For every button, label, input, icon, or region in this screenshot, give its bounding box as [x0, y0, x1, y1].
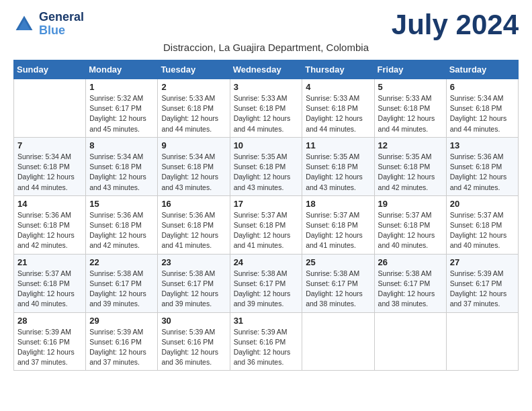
weekday-header-thursday: Thursday — [302, 60, 374, 79]
day-info: Sunrise: 5:38 AMSunset: 6:17 PMDaylight:… — [306, 269, 370, 310]
day-info: Sunrise: 5:32 AMSunset: 6:17 PMDaylight:… — [89, 93, 154, 134]
calendar-week-row: 7Sunrise: 5:34 AMSunset: 6:18 PMDaylight… — [14, 137, 519, 195]
day-info: Sunrise: 5:37 AMSunset: 6:18 PMDaylight:… — [450, 210, 515, 251]
calendar-cell: 12Sunrise: 5:35 AMSunset: 6:18 PMDayligh… — [374, 137, 446, 195]
calendar-cell: 1Sunrise: 5:32 AMSunset: 6:17 PMDaylight… — [86, 79, 158, 138]
day-number: 9 — [161, 140, 226, 150]
day-info: Sunrise: 5:35 AMSunset: 6:18 PMDaylight:… — [234, 152, 299, 193]
day-number: 31 — [234, 316, 299, 326]
day-number: 14 — [17, 199, 82, 209]
weekday-header-saturday: Saturday — [446, 60, 518, 79]
day-info: Sunrise: 5:36 AMSunset: 6:18 PMDaylight:… — [450, 152, 515, 193]
day-number: 10 — [234, 140, 299, 150]
month-title: July 2024 — [392, 11, 519, 39]
day-info: Sunrise: 5:37 AMSunset: 6:18 PMDaylight:… — [306, 210, 370, 251]
day-info: Sunrise: 5:35 AMSunset: 6:18 PMDaylight:… — [378, 152, 443, 193]
day-info: Sunrise: 5:33 AMSunset: 6:18 PMDaylight:… — [234, 93, 299, 134]
day-number: 25 — [306, 257, 370, 267]
day-info: Sunrise: 5:39 AMSunset: 6:16 PMDaylight:… — [234, 327, 299, 368]
calendar-cell: 22Sunrise: 5:38 AMSunset: 6:17 PMDayligh… — [86, 254, 158, 312]
calendar-cell: 24Sunrise: 5:38 AMSunset: 6:17 PMDayligh… — [230, 254, 302, 312]
calendar-cell: 9Sunrise: 5:34 AMSunset: 6:18 PMDaylight… — [158, 137, 230, 195]
calendar-cell: 7Sunrise: 5:34 AMSunset: 6:18 PMDaylight… — [14, 137, 86, 195]
day-number: 20 — [450, 199, 515, 209]
calendar-cell: 18Sunrise: 5:37 AMSunset: 6:18 PMDayligh… — [302, 195, 374, 254]
weekday-header-tuesday: Tuesday — [158, 60, 230, 79]
calendar-cell: 4Sunrise: 5:33 AMSunset: 6:18 PMDaylight… — [302, 79, 374, 138]
day-number: 16 — [161, 199, 226, 209]
weekday-header-wednesday: Wednesday — [230, 60, 302, 79]
calendar-cell: 5Sunrise: 5:33 AMSunset: 6:18 PMDaylight… — [374, 79, 446, 138]
weekday-header-sunday: Sunday — [14, 60, 86, 79]
day-info: Sunrise: 5:33 AMSunset: 6:18 PMDaylight:… — [378, 93, 443, 134]
day-number: 19 — [378, 199, 443, 209]
day-info: Sunrise: 5:37 AMSunset: 6:18 PMDaylight:… — [234, 210, 299, 251]
day-number: 17 — [234, 199, 299, 209]
calendar-cell: 3Sunrise: 5:33 AMSunset: 6:18 PMDaylight… — [230, 79, 302, 138]
calendar-cell: 28Sunrise: 5:39 AMSunset: 6:16 PMDayligh… — [14, 312, 86, 371]
calendar-cell: 27Sunrise: 5:39 AMSunset: 6:17 PMDayligh… — [446, 254, 518, 312]
day-info: Sunrise: 5:35 AMSunset: 6:18 PMDaylight:… — [306, 152, 370, 193]
calendar-header-row: SundayMondayTuesdayWednesdayThursdayFrid… — [14, 60, 519, 79]
calendar-week-row: 21Sunrise: 5:37 AMSunset: 6:18 PMDayligh… — [14, 254, 519, 312]
day-number: 29 — [89, 316, 154, 326]
day-info: Sunrise: 5:37 AMSunset: 6:18 PMDaylight:… — [17, 269, 82, 310]
day-number: 4 — [306, 82, 370, 92]
day-number: 27 — [450, 257, 515, 267]
calendar-cell: 29Sunrise: 5:39 AMSunset: 6:16 PMDayligh… — [86, 312, 158, 371]
calendar-table: SundayMondayTuesdayWednesdayThursdayFrid… — [13, 60, 519, 371]
day-number: 11 — [306, 140, 370, 150]
calendar-cell: 2Sunrise: 5:33 AMSunset: 6:18 PMDaylight… — [158, 79, 230, 138]
calendar-cell: 19Sunrise: 5:37 AMSunset: 6:18 PMDayligh… — [374, 195, 446, 254]
logo-icon — [13, 13, 35, 35]
weekday-header-monday: Monday — [86, 60, 158, 79]
day-info: Sunrise: 5:36 AMSunset: 6:18 PMDaylight:… — [17, 210, 82, 251]
day-info: Sunrise: 5:39 AMSunset: 6:16 PMDaylight:… — [161, 327, 226, 368]
day-number: 6 — [450, 82, 515, 92]
day-number: 26 — [378, 257, 443, 267]
day-number: 12 — [378, 140, 443, 150]
day-number: 5 — [378, 82, 443, 92]
day-number: 21 — [17, 257, 82, 267]
day-info: Sunrise: 5:37 AMSunset: 6:18 PMDaylight:… — [378, 210, 443, 251]
day-info: Sunrise: 5:39 AMSunset: 6:16 PMDaylight:… — [89, 327, 154, 368]
day-info: Sunrise: 5:33 AMSunset: 6:18 PMDaylight:… — [306, 93, 370, 134]
calendar-week-row: 1Sunrise: 5:32 AMSunset: 6:17 PMDaylight… — [14, 79, 519, 138]
day-number: 22 — [89, 257, 154, 267]
logo: General Blue — [13, 11, 84, 38]
day-info: Sunrise: 5:34 AMSunset: 6:18 PMDaylight:… — [450, 93, 515, 134]
calendar-week-row: 14Sunrise: 5:36 AMSunset: 6:18 PMDayligh… — [14, 195, 519, 254]
calendar-cell — [14, 79, 86, 138]
day-number: 7 — [17, 140, 82, 150]
calendar-cell: 26Sunrise: 5:38 AMSunset: 6:17 PMDayligh… — [374, 254, 446, 312]
calendar-cell: 13Sunrise: 5:36 AMSunset: 6:18 PMDayligh… — [446, 137, 518, 195]
day-info: Sunrise: 5:33 AMSunset: 6:18 PMDaylight:… — [161, 93, 226, 134]
day-info: Sunrise: 5:39 AMSunset: 6:17 PMDaylight:… — [450, 269, 515, 310]
day-info: Sunrise: 5:36 AMSunset: 6:18 PMDaylight:… — [89, 210, 154, 251]
calendar-week-row: 28Sunrise: 5:39 AMSunset: 6:16 PMDayligh… — [14, 312, 519, 371]
day-number: 13 — [450, 140, 515, 150]
weekday-header-friday: Friday — [374, 60, 446, 79]
calendar-cell: 23Sunrise: 5:38 AMSunset: 6:17 PMDayligh… — [158, 254, 230, 312]
calendar-cell: 31Sunrise: 5:39 AMSunset: 6:16 PMDayligh… — [230, 312, 302, 371]
day-info: Sunrise: 5:34 AMSunset: 6:18 PMDaylight:… — [17, 152, 82, 193]
day-info: Sunrise: 5:36 AMSunset: 6:18 PMDaylight:… — [161, 210, 226, 251]
calendar-cell: 20Sunrise: 5:37 AMSunset: 6:18 PMDayligh… — [446, 195, 518, 254]
calendar-cell: 8Sunrise: 5:34 AMSunset: 6:18 PMDaylight… — [86, 137, 158, 195]
day-number: 30 — [161, 316, 226, 326]
day-info: Sunrise: 5:38 AMSunset: 6:17 PMDaylight:… — [234, 269, 299, 310]
calendar-cell: 21Sunrise: 5:37 AMSunset: 6:18 PMDayligh… — [14, 254, 86, 312]
location-subtitle: Distraccion, La Guajira Department, Colo… — [13, 42, 519, 53]
day-info: Sunrise: 5:39 AMSunset: 6:16 PMDaylight:… — [17, 327, 82, 368]
day-number: 15 — [89, 199, 154, 209]
day-info: Sunrise: 5:38 AMSunset: 6:17 PMDaylight:… — [161, 269, 226, 310]
day-info: Sunrise: 5:34 AMSunset: 6:18 PMDaylight:… — [161, 152, 226, 193]
day-number: 28 — [17, 316, 82, 326]
day-info: Sunrise: 5:38 AMSunset: 6:17 PMDaylight:… — [89, 269, 154, 310]
calendar-cell: 11Sunrise: 5:35 AMSunset: 6:18 PMDayligh… — [302, 137, 374, 195]
calendar-cell: 14Sunrise: 5:36 AMSunset: 6:18 PMDayligh… — [14, 195, 86, 254]
calendar-cell: 15Sunrise: 5:36 AMSunset: 6:18 PMDayligh… — [86, 195, 158, 254]
day-number: 2 — [161, 82, 226, 92]
calendar-cell: 30Sunrise: 5:39 AMSunset: 6:16 PMDayligh… — [158, 312, 230, 371]
day-number: 3 — [234, 82, 299, 92]
